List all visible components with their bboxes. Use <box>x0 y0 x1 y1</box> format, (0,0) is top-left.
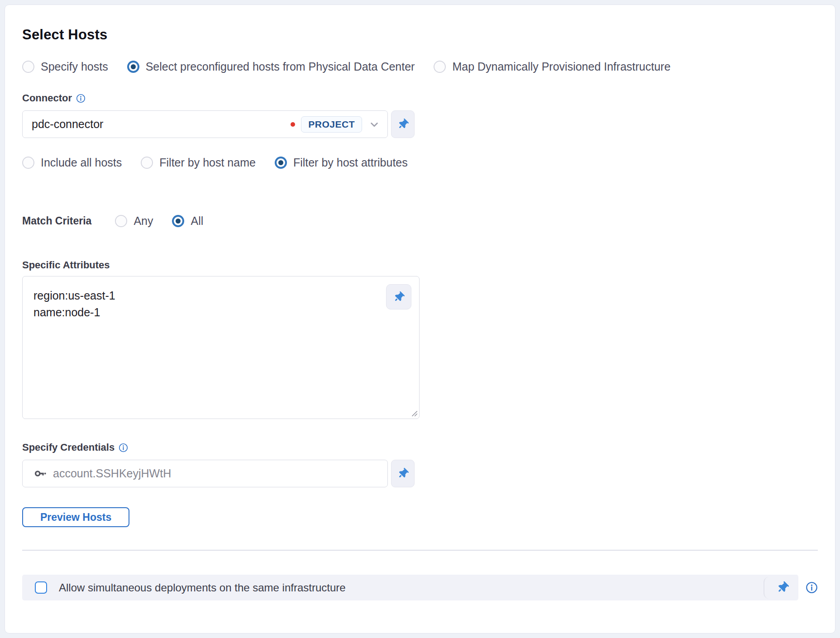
connector-label: Connector <box>22 92 72 104</box>
credentials-input-row: account.SSHKeyjHWtH <box>22 460 818 487</box>
radio-circle-icon[interactable] <box>115 215 127 227</box>
connector-value: pdc-connector <box>32 118 291 131</box>
radio-circle-icon[interactable] <box>22 61 34 73</box>
credentials-label-row: Specify Credentials <box>22 442 818 453</box>
radio-preconfigured-hosts[interactable]: Select preconfigured hosts from Physical… <box>127 60 415 73</box>
footer-row: Allow simultaneous deployments on the sa… <box>22 575 818 600</box>
pin-icon <box>391 290 406 305</box>
host-type-radio-group: Specify hosts Select preconfigured hosts… <box>22 60 818 73</box>
radio-match-all[interactable]: All <box>172 214 203 228</box>
radio-dynamic-infrastructure-label: Map Dynamically Provisioned Infrastructu… <box>452 60 670 73</box>
radio-dynamic-infrastructure[interactable]: Map Dynamically Provisioned Infrastructu… <box>434 60 670 73</box>
info-icon[interactable] <box>76 94 86 103</box>
radio-filter-host-name-label: Filter by host name <box>159 156 256 169</box>
credentials-value: account.SSHKeyjHWtH <box>53 467 171 480</box>
ssh-key-icon <box>34 467 47 480</box>
pin-icon[interactable] <box>775 580 791 595</box>
connector-input-row: pdc-connector PROJECT <box>22 110 818 138</box>
radio-circle-icon[interactable] <box>22 157 34 169</box>
radio-filter-host-attributes[interactable]: Filter by host attributes <box>275 156 408 169</box>
radio-circle-selected-icon[interactable] <box>172 215 184 227</box>
simultaneous-deployments-label: Allow simultaneous deployments on the sa… <box>59 581 346 594</box>
specific-attributes-textarea[interactable]: region:us-east-1 name:node-1 <box>22 276 420 419</box>
radio-match-all-label: All <box>191 214 203 228</box>
bar-divider <box>764 577 771 599</box>
radio-include-all-hosts-label: Include all hosts <box>41 156 122 169</box>
radio-specify-hosts-label: Specify hosts <box>41 60 108 73</box>
credentials-label: Specify Credentials <box>22 442 115 453</box>
preview-hosts-button[interactable]: Preview Hosts <box>22 507 129 527</box>
match-criteria-row: Match Criteria Any All <box>22 214 818 228</box>
specific-attributes-label: Specific Attributes <box>22 259 110 271</box>
radio-include-all-hosts[interactable]: Include all hosts <box>22 156 122 169</box>
radio-filter-host-attributes-label: Filter by host attributes <box>293 156 408 169</box>
specific-attributes-label-row: Specific Attributes <box>22 259 818 271</box>
chevron-down-icon[interactable] <box>368 119 380 130</box>
radio-preconfigured-hosts-label: Select preconfigured hosts from Physical… <box>146 60 415 73</box>
simultaneous-deployments-bar: Allow simultaneous deployments on the sa… <box>22 575 798 600</box>
radio-specify-hosts[interactable]: Specify hosts <box>22 60 108 73</box>
info-icon[interactable] <box>119 443 128 452</box>
radio-filter-host-name[interactable]: Filter by host name <box>141 156 256 169</box>
radio-circle-icon[interactable] <box>434 61 446 73</box>
match-criteria-label: Match Criteria <box>22 215 91 227</box>
required-dot-icon <box>291 122 295 127</box>
radio-circle-selected-icon[interactable] <box>127 61 139 73</box>
page-title: Select Hosts <box>22 27 818 43</box>
simultaneous-deployments-checkbox[interactable] <box>35 581 47 594</box>
resize-grip-icon[interactable] <box>410 409 418 417</box>
radio-circle-icon[interactable] <box>141 157 153 169</box>
attributes-pin-button[interactable] <box>386 284 411 309</box>
specific-attributes-field: region:us-east-1 name:node-1 <box>22 276 420 419</box>
host-filter-radio-group: Include all hosts Filter by host name Fi… <box>22 156 818 169</box>
connector-input[interactable]: pdc-connector PROJECT <box>22 110 388 138</box>
connector-pin-button[interactable] <box>391 110 415 138</box>
select-hosts-panel: Select Hosts Specify hosts Select precon… <box>5 5 835 633</box>
pin-icon <box>396 117 410 132</box>
info-icon[interactable] <box>806 581 818 594</box>
radio-circle-selected-icon[interactable] <box>275 157 287 169</box>
section-divider <box>22 550 818 551</box>
connector-label-row: Connector <box>22 92 818 104</box>
pin-icon <box>396 466 410 481</box>
radio-match-any[interactable]: Any <box>115 214 153 228</box>
scope-badge: PROJECT <box>301 116 362 133</box>
credentials-pin-button[interactable] <box>391 460 415 487</box>
radio-match-any-label: Any <box>134 214 153 228</box>
credentials-select[interactable]: account.SSHKeyjHWtH <box>22 460 388 487</box>
